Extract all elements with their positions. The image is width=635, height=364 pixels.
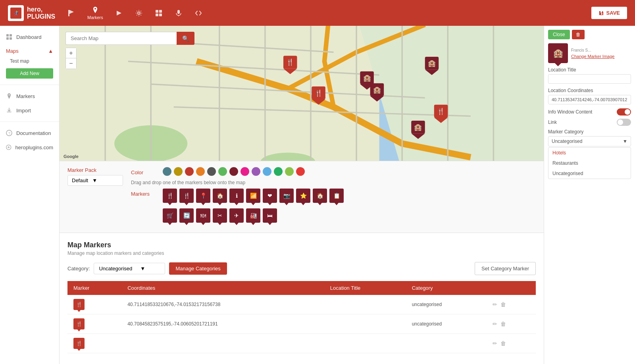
location-title-input[interactable] [548, 74, 631, 84]
edit-button-3[interactable]: ✏ [493, 340, 497, 347]
marker-icon-pin[interactable]: 📍 [196, 189, 210, 203]
nav-icons: Markers [67, 6, 591, 20]
color-gold[interactable] [174, 167, 183, 176]
marker-icon-home[interactable]: 🏠 [213, 189, 227, 203]
delete-button-3[interactable]: 🗑 [500, 340, 506, 347]
marker-icon-dish[interactable]: 🍽 [196, 208, 210, 223]
google-label: Google [64, 154, 79, 159]
marker-icon-bed[interactable]: 🛏 [263, 208, 277, 223]
search-button[interactable]: 🔍 [177, 32, 194, 45]
link-toggle[interactable] [617, 119, 631, 126]
add-new-button[interactable]: Add New [6, 68, 53, 79]
delete-button-1[interactable]: 🗑 [500, 301, 506, 308]
save-button[interactable]: SAVE [591, 7, 627, 19]
info-window-toggle[interactable] [617, 108, 631, 116]
table-row: 🍴 ✏ 🗑 [67, 334, 536, 353]
col-category: Category [406, 281, 487, 295]
color-olive[interactable] [285, 167, 294, 176]
color-dark[interactable] [207, 167, 216, 176]
dropdown-option-restaurants[interactable]: Restaurants [548, 158, 631, 168]
dropdown-option-hotels[interactable]: Hotels [548, 148, 631, 158]
marker-pack-select[interactable]: Default ▼ [67, 175, 123, 186]
svg-text:🍴: 🍴 [315, 89, 323, 97]
coordinates-input[interactable] [548, 95, 631, 104]
coordinates-label: Location Coordinates [548, 88, 631, 93]
cell-marker-1: 🍴 [67, 295, 121, 314]
marker-icon-house[interactable]: 🏠 [313, 189, 327, 203]
marker-category-field: Marker Category Uncategorised ▼ Hotels R… [548, 129, 631, 179]
color-pink[interactable] [241, 167, 249, 176]
color-lightblue[interactable] [263, 167, 271, 176]
color-maroon[interactable] [229, 167, 238, 176]
dropdown-option-uncategorised[interactable]: Uncategorised [548, 168, 631, 179]
delete-button-2[interactable]: 🗑 [500, 321, 506, 327]
marker-icon-clipboard[interactable]: 📋 [329, 189, 344, 203]
zoom-out-button[interactable]: − [66, 58, 76, 69]
color-crimson[interactable] [296, 167, 305, 176]
marker-icon-basket[interactable]: 🛒 [163, 208, 177, 223]
sidebar-maps-label[interactable]: Maps ▲ [6, 48, 53, 54]
sidebar-item-dashboard[interactable]: Dashboard [0, 30, 59, 44]
marker-icon-camera[interactable]: 📷 [279, 189, 294, 203]
sidebar-item-documentation[interactable]: ? Documentation [0, 126, 59, 140]
marker-icon-fork2[interactable]: 🍴 [179, 189, 194, 203]
category-label: Category: [67, 266, 90, 272]
nav-item-grid[interactable] [155, 9, 163, 17]
close-button[interactable]: Close [548, 30, 570, 39]
nav-item-code[interactable] [194, 9, 202, 17]
cell-title-1 [324, 295, 406, 314]
marker-config-area: Color [131, 167, 536, 227]
cell-coordinates-3 [121, 334, 324, 353]
sidebar-maps-section: Maps ▲ [0, 44, 59, 56]
chevron-down-icon: ▼ [92, 177, 97, 183]
marker-icon-scissors[interactable]: ✂ [213, 208, 227, 223]
color-lavender[interactable] [252, 167, 260, 176]
nav-item-arrow[interactable] [115, 9, 123, 17]
set-category-marker-button[interactable]: Set Category Marker [475, 262, 536, 275]
zoom-in-button[interactable]: + [66, 48, 76, 58]
marker-icon-info[interactable]: ℹ [229, 189, 244, 203]
marker-icon-fork[interactable]: 🍴 [163, 189, 177, 203]
color-orange[interactable] [196, 167, 205, 176]
markers-table: Marker Coordinates Location Title Catego… [67, 281, 536, 353]
documentation-label: Documentation [16, 130, 51, 136]
table-marker-icon-1: 🍴 [73, 299, 85, 310]
edit-button-2[interactable]: ✏ [493, 321, 497, 327]
category-select[interactable]: Uncategorised ▼ [94, 263, 165, 274]
svg-text:🍴: 🍴 [286, 58, 294, 66]
nav-item-mic[interactable] [175, 9, 183, 17]
color-red[interactable] [185, 167, 194, 176]
nav-item-markers[interactable]: Markers [87, 6, 103, 20]
color-label: Color [131, 167, 155, 175]
col-actions [487, 281, 536, 295]
sidebar-item-import[interactable]: Import [0, 103, 59, 117]
markers-controls: Category: Uncategorised ▼ Manage Categor… [67, 262, 536, 275]
delete-marker-button[interactable]: 🗑 [572, 30, 585, 39]
edit-button-1[interactable]: ✏ [493, 301, 497, 308]
sidebar-item-heroplugins[interactable]: heroplugins.com [0, 140, 59, 154]
color-green[interactable] [218, 167, 227, 176]
manage-categories-button[interactable]: Manage Categories [169, 262, 227, 275]
marker-icon-plane[interactable]: ✈ [229, 208, 244, 223]
color-darkgreen[interactable] [274, 167, 283, 176]
table-marker-icon-3: 🍴 [73, 338, 85, 349]
main-layout: Dashboard Maps ▲ Test map Add New Marker… [0, 26, 635, 364]
marker-icon-star[interactable]: ⭐ [296, 189, 310, 203]
sidebar-test-map[interactable]: Test map [0, 56, 59, 66]
sidebar-item-markers[interactable]: Markers [0, 89, 59, 103]
marker-icon-wifi[interactable]: 📶 [246, 189, 260, 203]
marker-icon-heart[interactable]: ❤ [263, 189, 277, 203]
nav-item-flag[interactable] [67, 9, 75, 17]
marker-icon-refresh[interactable]: 🔄 [179, 208, 194, 223]
markers-title: Map Markers [67, 241, 536, 249]
svg-rect-14 [10, 37, 12, 40]
map-visual: 🍴 🏨 🍴 🏨 🏨 🏨 [60, 26, 544, 161]
color-teal[interactable] [163, 167, 171, 176]
location-title-label: Location Title [548, 67, 631, 73]
nav-item-settings[interactable] [135, 9, 143, 17]
marker-icon-factory[interactable]: 🏭 [246, 208, 260, 223]
marker-category-dropdown[interactable]: Uncategorised ▼ [548, 136, 631, 146]
change-marker-link[interactable]: Change Marker Image [571, 54, 614, 59]
search-input[interactable] [65, 32, 177, 45]
location-title-field: Location Title [548, 67, 631, 84]
